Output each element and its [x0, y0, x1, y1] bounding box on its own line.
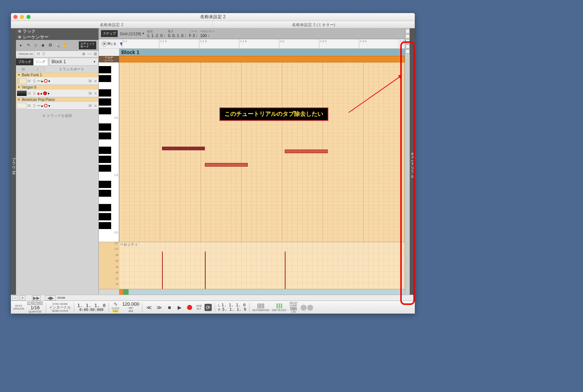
mute-tool-icon[interactable]: ✪ [47, 42, 53, 48]
track-list: ▼Baile Funk 1 M S〰▸▾M ✕ ▼Vergon 6 M S◆▸▾… [16, 73, 98, 295]
piano-keys[interactable]: C4 C3 C2 [99, 62, 119, 242]
midi-note[interactable] [162, 147, 205, 150]
position-display[interactable]: 1. 1. 1. 0 0:00:00:000 [77, 303, 105, 312]
sidebar-subtabs: ⫴⫴ ⫶ トランスポート [16, 66, 98, 73]
annotation-callout: このチュートリアルのタブ除去したい [219, 107, 328, 121]
body: ブラウザー ラック シーケンサー ▸ ✎ ◇ ◆ ✪ 🔍 ✋ エディット モード… [11, 28, 415, 295]
zoom-tool-icon[interactable]: 🔍 [54, 42, 60, 48]
zoom-bar: − + ▶▶ ◀▶ ZOOM [11, 295, 415, 301]
global-mute-solo[interactable]: M S [37, 52, 46, 56]
record-arm-icon[interactable] [44, 104, 48, 107]
pencil-tool-icon[interactable]: ✎ [25, 42, 31, 48]
editor: スナップ Grid (1/128)▼ 始点 1. 1. 2. 0▲▼ 長さ 0.… [99, 28, 405, 295]
zoom-out-icon[interactable]: − [12, 295, 18, 301]
subtab-transport[interactable]: トランスポート [45, 66, 98, 72]
snap-button[interactable]: スナップ [101, 30, 118, 37]
clip-title[interactable]: Block 1 [119, 49, 405, 56]
grid-icon[interactable]: ⊞ [94, 52, 97, 56]
hand-tool-icon[interactable]: ✋ [62, 42, 68, 48]
multilane-button[interactable]: マルチ レーン [99, 56, 119, 62]
overview-scroll[interactable] [99, 289, 405, 295]
start-field[interactable]: 始点 1. 1. 2. 0▲▼ [147, 29, 166, 38]
device-thumb[interactable] [17, 103, 27, 109]
subtab-lanes[interactable]: ⫴⫴ [16, 66, 31, 72]
loop-button[interactable]: ⟳ [205, 304, 212, 311]
track-global-row: Manual rec M S ⊕ 〰 ⊞ [16, 51, 98, 57]
zoom-reset[interactable]: ◀▶ [45, 295, 56, 301]
subtab-small[interactable]: ⫶ [31, 66, 45, 72]
close-clip[interactable]: ✕ 閉じる [99, 39, 119, 48]
locator-box[interactable]: L 1. 1. 1. 0 R 5. 1. 1. 0 [218, 303, 246, 311]
close-window-icon[interactable] [13, 15, 17, 19]
midi-note[interactable] [285, 150, 328, 153]
device-thumb[interactable] [17, 90, 27, 96]
add-icon[interactable]: ⊕ [82, 52, 85, 56]
palette-icon[interactable] [405, 34, 410, 38]
window-title: 名称未設定 2 [200, 14, 226, 20]
velocity-field[interactable]: ベロシティ 100▲▼ [200, 29, 215, 38]
block-dropdown[interactable]: Block 1▼ [49, 58, 98, 66]
edit-mode-button[interactable]: エディット モード [79, 41, 96, 49]
ruler[interactable]: 1.1 1.1.2 1.1.3 1.1.4 1.2 1.2.2 1.2.3 1.… [119, 39, 405, 48]
track-name: Vergon 6 [22, 85, 36, 89]
add-track-button[interactable]: トラックを追加 [16, 110, 98, 122]
sidebar: ラック シーケンサー ▸ ✎ ◇ ◆ ✪ 🔍 ✋ エディット モード Manua… [16, 28, 99, 295]
song-mode-button[interactable]: ソング [33, 58, 48, 65]
velocity-lane-label: ベロシティ [120, 242, 138, 247]
click-box[interactable]: ✎ CLICK PRE [112, 302, 120, 313]
arrow-tool-icon[interactable]: ▸ [18, 42, 24, 48]
chevron-down-icon: ▼ [93, 60, 96, 64]
record-arm-icon[interactable] [44, 79, 48, 83]
automation-box[interactable]: AUTOMATION [252, 303, 269, 311]
delay-comp[interactable]: DELAY COMP ON 176 [290, 302, 297, 313]
play-button[interactable]: ▶ [176, 304, 183, 311]
overview-handle[interactable] [119, 289, 123, 295]
lane-strip[interactable] [119, 56, 405, 62]
block-mode-button[interactable]: ブロック [16, 58, 33, 65]
razor-tool-icon[interactable]: ◆ [40, 42, 46, 48]
velocity-bar[interactable] [205, 252, 206, 289]
stop-button[interactable]: ■ [166, 304, 173, 311]
rack-header[interactable]: ラック [16, 28, 98, 34]
tempo-box[interactable]: 120.000 TAP 4/4 [122, 302, 139, 313]
minimize-window-icon[interactable] [20, 15, 24, 19]
velocity-bar[interactable] [162, 252, 163, 289]
zoom-h-icon[interactable]: ▶▶ [32, 295, 41, 301]
note-grid[interactable] [119, 62, 405, 242]
length-field[interactable]: 長さ 0. 0. 1. 0▲▼ [168, 29, 187, 38]
sync-box[interactable]: SYNC MODE インターナル SEND CLOCK [49, 303, 71, 312]
ruler-row: ✕ 閉じる 1.1 1.1.2 1.1.3 1.1.4 1.2 1.2.2 1.… [99, 39, 405, 49]
grid-dropdown[interactable]: Grid (1/128)▼ [120, 32, 145, 36]
keys-groove[interactable]: KEYS GROOVE [13, 305, 24, 310]
inspector-icon[interactable] [405, 29, 410, 33]
zoom-in-icon[interactable]: + [20, 295, 25, 301]
clip-header: Block 1 [99, 49, 405, 56]
piano-roll: C4 C3 C2 [99, 62, 405, 242]
track[interactable]: ▼Vergon 6 M S◆▸▾M ✕ [16, 85, 98, 97]
dsp-meter: DSP IN OUT [272, 303, 287, 311]
midi-note[interactable] [205, 163, 248, 167]
quantize-box[interactable]: Q RECORD 1/16 QUANTIZE [27, 302, 43, 313]
cpu-icon[interactable]: ⬤⬤ [300, 304, 313, 311]
rewind-button[interactable]: ≪ [145, 304, 153, 311]
sequencer-header[interactable]: シーケンサー [16, 34, 98, 40]
zoom-window-icon[interactable] [27, 15, 31, 19]
velocity-grid[interactable]: ベロシティ [119, 242, 405, 289]
close-icon[interactable]: ✕ [102, 41, 107, 46]
dub-alt[interactable]: DUB ALT [196, 305, 202, 310]
record-arm-icon[interactable] [43, 91, 47, 95]
velocity-bar[interactable] [285, 252, 286, 289]
erase-tool-icon[interactable]: ◇ [33, 42, 39, 48]
record-button[interactable] [186, 304, 193, 311]
lane-control: マルチ レーン [99, 56, 405, 62]
tab-mixer[interactable]: 名称未設定 2 (ミキサー) [213, 21, 415, 28]
note-field[interactable]: ノート F 3▲▼ [189, 29, 198, 38]
document-tabs: 名称未設定 2 名称未設定 2 (ミキサー) [11, 21, 415, 28]
device-thumb[interactable] [17, 78, 27, 84]
forward-button[interactable]: ≫ [155, 304, 163, 311]
track[interactable]: ▼American Pop Piano M S〰▸▾M ✕ [16, 97, 98, 110]
browser-tab[interactable]: ブラウザー [11, 28, 16, 295]
tab-document[interactable]: 名称未設定 2 [11, 21, 213, 28]
wave-icon[interactable]: 〰 [88, 52, 92, 56]
track[interactable]: ▼Baile Funk 1 M S〰▸▾M ✕ [16, 73, 98, 85]
